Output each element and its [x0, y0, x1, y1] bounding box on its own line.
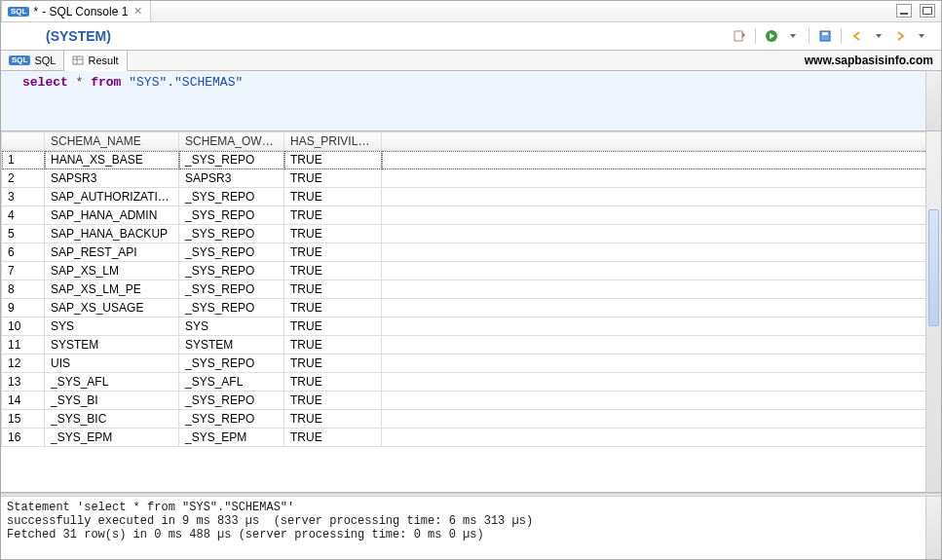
cell-rest[interactable] — [382, 299, 941, 317]
cell-schema-name[interactable]: _SYS_EPM — [45, 429, 179, 447]
cell-rest[interactable] — [382, 262, 941, 280]
cell-schema-name[interactable]: _SYS_AFL — [45, 373, 179, 392]
col-header-schema-name[interactable]: SCHEMA_NAME — [45, 132, 179, 151]
cell-rownum[interactable]: 8 — [2, 280, 45, 299]
cell-schema-owner[interactable]: _SYS_REPO — [179, 392, 284, 410]
scrollbar-thumb[interactable] — [928, 209, 939, 326]
cell-schema-owner[interactable]: _SYS_REPO — [179, 151, 284, 169]
table-row[interactable]: 6SAP_REST_API_SYS_REPOTRUE — [2, 243, 941, 262]
cell-has-privileges[interactable]: TRUE — [284, 392, 382, 410]
table-row[interactable]: 8SAP_XS_LM_PE_SYS_REPOTRUE — [2, 280, 941, 299]
col-header-schema-owner[interactable]: SCHEMA_OWNER — [179, 132, 284, 151]
cell-schema-owner[interactable]: SAPSR3 — [179, 169, 284, 188]
cell-has-privileges[interactable]: TRUE — [284, 299, 382, 317]
execute-button[interactable] — [762, 26, 781, 46]
editor-tab[interactable]: SQL * - SQL Console 1 ✕ — [1, 1, 151, 21]
nav-forward-dropdown[interactable] — [912, 26, 931, 46]
table-row[interactable]: 3SAP_AUTHORIZATION_SYS_REPOTRUE — [2, 188, 941, 206]
cell-schema-owner[interactable]: _SYS_REPO — [179, 262, 284, 280]
cell-rownum[interactable]: 1 — [2, 151, 45, 169]
cell-rownum[interactable]: 2 — [2, 169, 45, 188]
tab-result[interactable]: Result — [64, 51, 127, 71]
cell-has-privileges[interactable]: TRUE — [284, 336, 382, 355]
cell-rownum[interactable]: 13 — [2, 373, 45, 392]
cell-schema-name[interactable]: SAPSR3 — [45, 169, 179, 188]
cell-schema-owner[interactable]: _SYS_REPO — [179, 243, 284, 262]
cell-schema-name[interactable]: SAP_XS_LM_PE — [45, 280, 179, 299]
cell-rest[interactable] — [382, 317, 941, 336]
minimize-button[interactable] — [896, 4, 912, 18]
cell-rest[interactable] — [382, 429, 941, 447]
table-row[interactable]: 7SAP_XS_LM_SYS_REPOTRUE — [2, 262, 941, 280]
table-row[interactable]: 5SAP_HANA_BACKUP_SYS_REPOTRUE — [2, 225, 941, 243]
cell-rownum[interactable]: 15 — [2, 410, 45, 429]
results-scrollbar[interactable] — [925, 131, 941, 492]
table-row[interactable]: 9SAP_XS_USAGE_SYS_REPOTRUE — [2, 299, 941, 317]
sql-editor[interactable]: select * from "SYS"."SCHEMAS" — [1, 71, 941, 131]
cell-has-privileges[interactable]: TRUE — [284, 262, 382, 280]
table-row[interactable]: 15_SYS_BIC_SYS_REPOTRUE — [2, 410, 941, 429]
cell-schema-name[interactable]: HANA_XS_BASE — [45, 151, 179, 169]
cell-rest[interactable] — [382, 355, 941, 373]
cell-rownum[interactable]: 4 — [2, 206, 45, 225]
editor-scrollbar[interactable] — [925, 71, 941, 131]
cell-rownum[interactable]: 11 — [2, 336, 45, 355]
cell-schema-owner[interactable]: SYSTEM — [179, 336, 284, 355]
cell-rownum[interactable]: 16 — [2, 429, 45, 447]
cell-rest[interactable] — [382, 243, 941, 262]
table-row[interactable]: 10SYSSYSTRUE — [2, 317, 941, 336]
table-row[interactable]: 2SAPSR3SAPSR3TRUE — [2, 169, 941, 188]
save-button[interactable] — [815, 26, 835, 46]
cell-schema-name[interactable]: SAP_XS_USAGE — [45, 299, 179, 317]
execute-dropdown[interactable] — [783, 26, 803, 46]
cell-rest[interactable] — [382, 188, 941, 206]
cell-schema-name[interactable]: SAP_REST_API — [45, 243, 179, 262]
cell-rest[interactable] — [382, 151, 941, 169]
cell-rest[interactable] — [382, 169, 941, 188]
col-header-rownum[interactable] — [2, 132, 45, 151]
table-row[interactable]: 13_SYS_AFL_SYS_AFLTRUE — [2, 373, 941, 392]
col-header-has-privileges[interactable]: HAS_PRIVILEGES — [284, 132, 382, 151]
cell-has-privileges[interactable]: TRUE — [284, 373, 382, 392]
cell-has-privileges[interactable]: TRUE — [284, 410, 382, 429]
log-scrollbar[interactable] — [925, 497, 941, 559]
tab-sql[interactable]: SQL SQL — [1, 51, 64, 70]
cell-has-privileges[interactable]: TRUE — [284, 206, 382, 225]
col-header-rest[interactable] — [382, 132, 941, 151]
cell-rest[interactable] — [382, 410, 941, 429]
cell-schema-owner[interactable]: _SYS_REPO — [179, 355, 284, 373]
nav-forward-button[interactable] — [890, 26, 910, 46]
cell-schema-name[interactable]: SYS — [45, 317, 179, 336]
cell-rest[interactable] — [382, 392, 941, 410]
cell-rownum[interactable]: 9 — [2, 299, 45, 317]
cell-schema-name[interactable]: UIS — [45, 355, 179, 373]
cell-rest[interactable] — [382, 373, 941, 392]
cell-has-privileges[interactable]: TRUE — [284, 243, 382, 262]
table-row[interactable]: 4SAP_HANA_ADMIN_SYS_REPOTRUE — [2, 206, 941, 225]
cell-schema-owner[interactable]: _SYS_REPO — [179, 206, 284, 225]
table-row[interactable]: 14_SYS_BI_SYS_REPOTRUE — [2, 392, 941, 410]
cell-has-privileges[interactable]: TRUE — [284, 169, 382, 188]
cell-schema-owner[interactable]: _SYS_AFL — [179, 373, 284, 392]
cell-schema-owner[interactable]: _SYS_REPO — [179, 280, 284, 299]
cell-schema-name[interactable]: SYSTEM — [45, 336, 179, 355]
cell-rest[interactable] — [382, 336, 941, 355]
cell-schema-name[interactable]: SAP_HANA_ADMIN — [45, 206, 179, 225]
cell-schema-owner[interactable]: _SYS_EPM — [179, 429, 284, 447]
cell-has-privileges[interactable]: TRUE — [284, 225, 382, 243]
cell-has-privileges[interactable]: TRUE — [284, 188, 382, 206]
cell-has-privileges[interactable]: TRUE — [284, 280, 382, 299]
table-row[interactable]: 16_SYS_EPM_SYS_EPMTRUE — [2, 429, 941, 447]
cell-has-privileges[interactable]: TRUE — [284, 317, 382, 336]
table-row[interactable]: 11SYSTEMSYSTEMTRUE — [2, 336, 941, 355]
cell-rownum[interactable]: 14 — [2, 392, 45, 410]
cell-rest[interactable] — [382, 225, 941, 243]
cell-schema-owner[interactable]: SYS — [179, 317, 284, 336]
cell-rownum[interactable]: 7 — [2, 262, 45, 280]
cell-schema-name[interactable]: _SYS_BIC — [45, 410, 179, 429]
cell-schema-name[interactable]: SAP_AUTHORIZATION — [45, 188, 179, 206]
cell-rownum[interactable]: 5 — [2, 225, 45, 243]
close-icon[interactable]: ✕ — [132, 5, 144, 18]
cell-schema-owner[interactable]: _SYS_REPO — [179, 188, 284, 206]
cell-has-privileges[interactable]: TRUE — [284, 429, 382, 447]
